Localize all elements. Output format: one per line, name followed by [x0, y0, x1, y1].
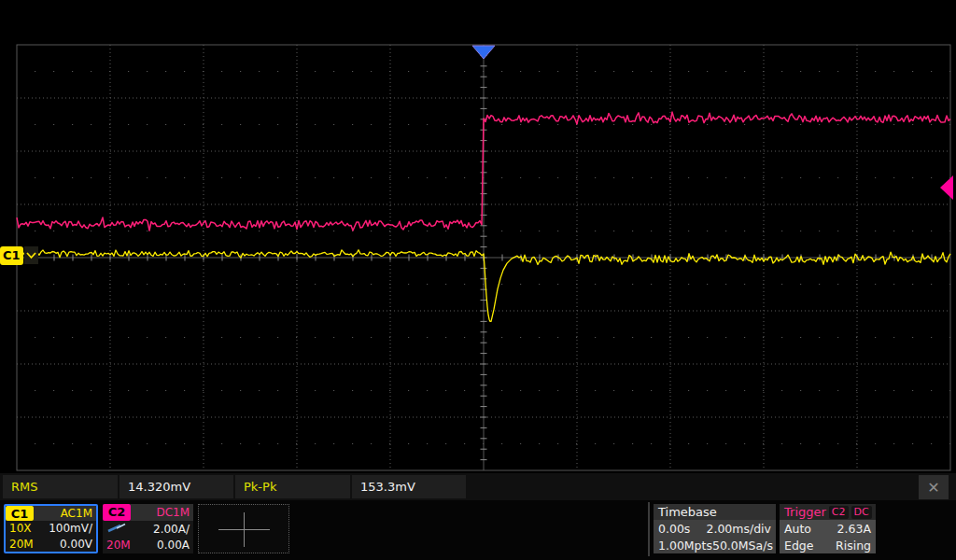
trigger-type: Edge: [784, 539, 813, 553]
c1-volts-per-div: 100mV/: [49, 522, 92, 535]
oscilloscope-screen: C1 RMS 14.320mV Pk-Pk 153.3mV ✕ C1 AC1M …: [0, 0, 956, 560]
close-icon: ✕: [927, 479, 939, 497]
measurement-close-button[interactable]: ✕: [919, 475, 949, 499]
dashboard-divider: [648, 502, 650, 556]
empty-channel-slot[interactable]: [198, 504, 289, 553]
c1-bandwidth: 20M: [9, 538, 34, 551]
trigger-title: Trigger: [784, 505, 826, 519]
c1-position-marker[interactable]: C1: [0, 245, 38, 265]
timebase-sample-rate: 50.0MSa/s: [712, 539, 773, 553]
trigger-level-marker[interactable]: [940, 175, 953, 200]
c1-offset: 0.00V: [60, 538, 92, 551]
c1-attenuation: 10X: [9, 522, 32, 535]
trigger-mode: Auto: [784, 522, 811, 536]
c1-position-chevron-icon: [24, 246, 38, 264]
c2-coupling: DC1M: [131, 504, 193, 521]
trigger-panel[interactable]: Trigger C2 DC Auto 2.63A Edge Rising: [780, 504, 876, 553]
c2-amps-per-div: 2.00A/: [153, 523, 190, 536]
bottom-dashboard: C1 AC1M 10X 100mV/ 20M 0.00V C2 DC1M 2.0: [0, 500, 956, 560]
trigger-position-marker[interactable]: [472, 46, 495, 59]
timebase-title: Timebase: [654, 504, 776, 520]
c2-badge: C2: [103, 504, 131, 521]
timebase-scale: 2.00ms/div: [706, 522, 771, 536]
channel-box-c1[interactable]: C1 AC1M 10X 100mV/ 20M 0.00V: [4, 504, 98, 553]
timebase-panel[interactable]: Timebase 0.00s 2.00ms/div 1.00Mpts 50.0M…: [654, 504, 776, 553]
c1-coupling: AC1M: [34, 506, 96, 521]
measurement-rms-label[interactable]: RMS: [3, 475, 118, 498]
c1-badge: C1: [6, 506, 34, 521]
measurement-pkpk-label[interactable]: Pk-Pk: [235, 475, 350, 498]
trigger-source-badge: C2: [829, 506, 849, 519]
c1-position-label: C1: [0, 246, 23, 265]
trigger-level: 2.63A: [837, 522, 871, 536]
channel-box-c2[interactable]: C2 DC1M 2.00A/ 20M 0.00A: [103, 504, 193, 553]
measurement-rms-value: 14.320mV: [120, 475, 233, 498]
measurement-bar: RMS 14.320mV Pk-Pk 153.3mV: [0, 473, 956, 500]
trigger-coupling-badge: DC: [851, 506, 872, 519]
measurement-pkpk-value: 153.3mV: [352, 475, 466, 498]
trigger-slope: Rising: [836, 539, 871, 553]
c2-offset: 0.00A: [157, 539, 190, 552]
timebase-delay: 0.00s: [658, 522, 690, 536]
c2-bandwidth: 20M: [106, 539, 131, 552]
timebase-memory: 1.00Mpts: [658, 539, 712, 553]
current-clamp-icon: [106, 523, 127, 536]
